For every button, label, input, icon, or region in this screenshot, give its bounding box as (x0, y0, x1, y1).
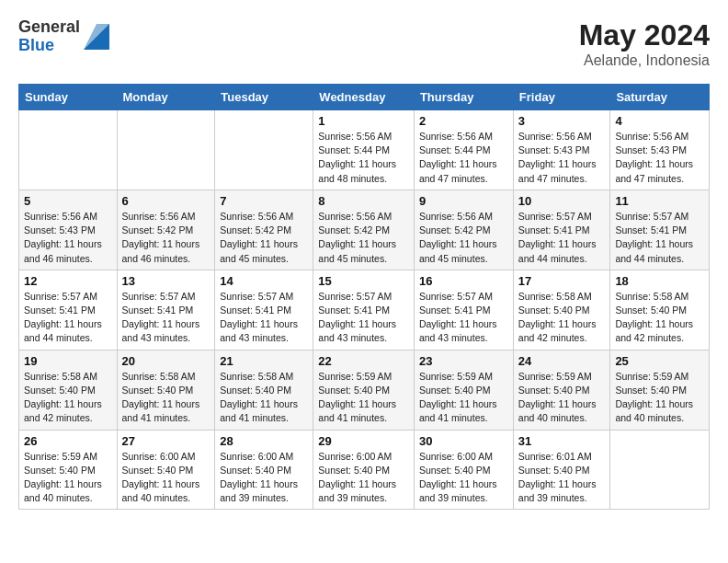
calendar-cell: 5Sunrise: 5:56 AM Sunset: 5:43 PM Daylig… (19, 190, 118, 270)
logo-general: General (18, 18, 80, 37)
day-number: 6 (122, 194, 210, 208)
calendar-cell: 19Sunrise: 5:58 AM Sunset: 5:40 PM Dayli… (19, 350, 118, 430)
calendar-header-row: SundayMondayTuesdayWednesdayThursdayFrid… (19, 85, 710, 110)
calendar-cell: 29Sunrise: 6:00 AM Sunset: 5:40 PM Dayli… (313, 430, 415, 510)
calendar-cell: 10Sunrise: 5:57 AM Sunset: 5:41 PM Dayli… (513, 190, 610, 270)
calendar-cell: 12Sunrise: 5:57 AM Sunset: 5:41 PM Dayli… (19, 270, 118, 350)
day-number: 14 (220, 274, 308, 288)
day-number: 19 (24, 354, 112, 368)
day-info: Sunrise: 5:56 AM Sunset: 5:42 PM Dayligh… (318, 210, 409, 266)
day-number: 11 (615, 194, 704, 208)
day-info: Sunrise: 5:59 AM Sunset: 5:40 PM Dayligh… (419, 370, 508, 426)
day-info: Sunrise: 6:00 AM Sunset: 5:40 PM Dayligh… (220, 450, 308, 506)
calendar-cell: 21Sunrise: 5:58 AM Sunset: 5:40 PM Dayli… (215, 350, 313, 430)
day-number: 12 (24, 274, 112, 288)
calendar-cell (610, 430, 710, 510)
day-info: Sunrise: 5:59 AM Sunset: 5:40 PM Dayligh… (24, 450, 112, 506)
calendar-cell (19, 110, 118, 190)
calendar-cell: 17Sunrise: 5:58 AM Sunset: 5:40 PM Dayli… (513, 270, 610, 350)
svg-marker-1 (84, 24, 109, 50)
day-number: 29 (318, 434, 409, 448)
day-info: Sunrise: 5:59 AM Sunset: 5:40 PM Dayligh… (318, 370, 409, 426)
calendar-cell: 30Sunrise: 6:00 AM Sunset: 5:40 PM Dayli… (414, 430, 513, 510)
day-info: Sunrise: 5:59 AM Sunset: 5:40 PM Dayligh… (518, 370, 606, 426)
day-info: Sunrise: 5:56 AM Sunset: 5:42 PM Dayligh… (122, 210, 210, 266)
location: Aelande, Indonesia (579, 52, 710, 69)
calendar-cell: 1Sunrise: 5:56 AM Sunset: 5:44 PM Daylig… (313, 110, 415, 190)
day-info: Sunrise: 5:59 AM Sunset: 5:40 PM Dayligh… (615, 370, 704, 426)
day-info: Sunrise: 5:57 AM Sunset: 5:41 PM Dayligh… (122, 290, 210, 346)
day-number: 28 (220, 434, 308, 448)
day-info: Sunrise: 5:58 AM Sunset: 5:40 PM Dayligh… (220, 370, 308, 426)
day-number: 13 (122, 274, 210, 288)
day-number: 22 (318, 354, 409, 368)
day-number: 21 (220, 354, 308, 368)
calendar-cell: 4Sunrise: 5:56 AM Sunset: 5:43 PM Daylig… (610, 110, 710, 190)
week-row-4: 26Sunrise: 5:59 AM Sunset: 5:40 PM Dayli… (19, 430, 710, 510)
day-info: Sunrise: 5:56 AM Sunset: 5:44 PM Dayligh… (318, 130, 409, 186)
week-row-1: 5Sunrise: 5:56 AM Sunset: 5:43 PM Daylig… (19, 190, 710, 270)
day-info: Sunrise: 6:00 AM Sunset: 5:40 PM Dayligh… (419, 450, 508, 506)
day-info: Sunrise: 5:56 AM Sunset: 5:43 PM Dayligh… (518, 130, 606, 186)
calendar-cell: 25Sunrise: 5:59 AM Sunset: 5:40 PM Dayli… (610, 350, 710, 430)
day-number: 24 (518, 354, 606, 368)
calendar-cell: 28Sunrise: 6:00 AM Sunset: 5:40 PM Dayli… (215, 430, 313, 510)
day-info: Sunrise: 5:57 AM Sunset: 5:41 PM Dayligh… (220, 290, 308, 346)
week-row-2: 12Sunrise: 5:57 AM Sunset: 5:41 PM Dayli… (19, 270, 710, 350)
day-number: 7 (220, 194, 308, 208)
day-info: Sunrise: 5:56 AM Sunset: 5:42 PM Dayligh… (419, 210, 508, 266)
day-number: 27 (122, 434, 210, 448)
title-block: May 2024 Aelande, Indonesia (579, 18, 710, 69)
day-info: Sunrise: 5:56 AM Sunset: 5:43 PM Dayligh… (615, 130, 704, 186)
header-friday: Friday (513, 85, 610, 110)
header-sunday: Sunday (19, 85, 118, 110)
day-info: Sunrise: 5:58 AM Sunset: 5:40 PM Dayligh… (24, 370, 112, 426)
calendar-cell: 24Sunrise: 5:59 AM Sunset: 5:40 PM Dayli… (513, 350, 610, 430)
logo-icon (84, 24, 109, 50)
calendar-cell: 18Sunrise: 5:58 AM Sunset: 5:40 PM Dayli… (610, 270, 710, 350)
logo: General Blue (18, 18, 109, 55)
week-row-3: 19Sunrise: 5:58 AM Sunset: 5:40 PM Dayli… (19, 350, 710, 430)
calendar-cell: 27Sunrise: 6:00 AM Sunset: 5:40 PM Dayli… (117, 430, 215, 510)
day-info: Sunrise: 5:56 AM Sunset: 5:44 PM Dayligh… (419, 130, 508, 186)
header-saturday: Saturday (610, 85, 710, 110)
day-number: 4 (615, 114, 704, 128)
day-number: 1 (318, 114, 409, 128)
day-info: Sunrise: 6:00 AM Sunset: 5:40 PM Dayligh… (122, 450, 210, 506)
calendar-cell: 8Sunrise: 5:56 AM Sunset: 5:42 PM Daylig… (313, 190, 415, 270)
day-info: Sunrise: 5:57 AM Sunset: 5:41 PM Dayligh… (518, 210, 606, 266)
day-info: Sunrise: 5:57 AM Sunset: 5:41 PM Dayligh… (318, 290, 409, 346)
day-number: 5 (24, 194, 112, 208)
day-number: 17 (518, 274, 606, 288)
day-info: Sunrise: 5:58 AM Sunset: 5:40 PM Dayligh… (518, 290, 606, 346)
calendar-cell: 31Sunrise: 6:01 AM Sunset: 5:40 PM Dayli… (513, 430, 610, 510)
day-number: 26 (24, 434, 112, 448)
day-info: Sunrise: 6:00 AM Sunset: 5:40 PM Dayligh… (318, 450, 409, 506)
calendar-cell: 14Sunrise: 5:57 AM Sunset: 5:41 PM Dayli… (215, 270, 313, 350)
calendar-cell: 23Sunrise: 5:59 AM Sunset: 5:40 PM Dayli… (414, 350, 513, 430)
day-number: 30 (419, 434, 508, 448)
calendar-cell: 9Sunrise: 5:56 AM Sunset: 5:42 PM Daylig… (414, 190, 513, 270)
day-info: Sunrise: 5:57 AM Sunset: 5:41 PM Dayligh… (615, 210, 704, 266)
calendar-cell: 16Sunrise: 5:57 AM Sunset: 5:41 PM Dayli… (414, 270, 513, 350)
day-info: Sunrise: 5:56 AM Sunset: 5:42 PM Dayligh… (220, 210, 308, 266)
day-number: 20 (122, 354, 210, 368)
header-wednesday: Wednesday (313, 85, 415, 110)
day-number: 15 (318, 274, 409, 288)
calendar-cell (117, 110, 215, 190)
calendar-cell: 15Sunrise: 5:57 AM Sunset: 5:41 PM Dayli… (313, 270, 415, 350)
day-info: Sunrise: 5:58 AM Sunset: 5:40 PM Dayligh… (122, 370, 210, 426)
month-year: May 2024 (579, 18, 710, 52)
header-monday: Monday (117, 85, 215, 110)
calendar-cell: 20Sunrise: 5:58 AM Sunset: 5:40 PM Dayli… (117, 350, 215, 430)
page-header: General Blue May 2024 Aelande, Indonesia (18, 18, 710, 69)
day-number: 31 (518, 434, 606, 448)
week-row-0: 1Sunrise: 5:56 AM Sunset: 5:44 PM Daylig… (19, 110, 710, 190)
day-info: Sunrise: 5:57 AM Sunset: 5:41 PM Dayligh… (419, 290, 508, 346)
day-number: 18 (615, 274, 704, 288)
calendar-cell: 6Sunrise: 5:56 AM Sunset: 5:42 PM Daylig… (117, 190, 215, 270)
day-number: 25 (615, 354, 704, 368)
day-info: Sunrise: 6:01 AM Sunset: 5:40 PM Dayligh… (518, 450, 606, 506)
header-thursday: Thursday (414, 85, 513, 110)
calendar-cell (215, 110, 313, 190)
